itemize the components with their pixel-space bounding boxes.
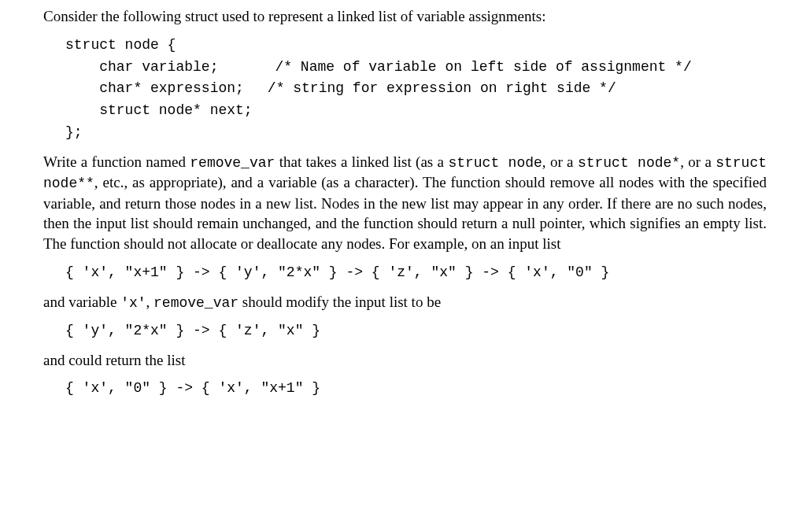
intro-paragraph: Consider the following struct used to re… (43, 6, 767, 27)
mid-paragraph-2: and could return the list (43, 350, 767, 371)
example-list-3: { 'x', "0" } -> { 'x', "x+1" } (65, 378, 767, 400)
code-line: }; (65, 124, 83, 140)
mid-paragraph-1: and variable 'x', remove_var should modi… (43, 292, 767, 312)
code-line: struct node* next; (65, 102, 253, 118)
text-run: , or a (680, 153, 715, 170)
text-run: and variable (43, 294, 120, 310)
inline-code: struct node (448, 155, 542, 171)
inline-code: struct node* (578, 155, 680, 171)
text-run: Write a function named (43, 153, 190, 170)
code-line: char* expression;/* string for expressio… (65, 80, 616, 96)
code-line: struct node { (65, 37, 176, 53)
inline-code: remove_var (153, 295, 238, 311)
document-page: Consider the following struct used to re… (0, 0, 806, 400)
code-line: char variable;/* Name of variable on lef… (65, 59, 692, 75)
text-run: should modify the input list to be (238, 294, 441, 310)
text-run: that takes a linked list (as a (275, 153, 448, 170)
task-paragraph: Write a function named remove_var that t… (43, 152, 767, 254)
example-list-1: { 'x', "x+1" } -> { 'y', "2*x" } -> { 'z… (65, 262, 767, 284)
inline-code: remove_var (190, 155, 275, 171)
struct-definition: struct node { char variable;/* Name of v… (65, 35, 767, 144)
text-run: , or a (542, 153, 578, 170)
text-run: , (146, 294, 154, 310)
text-run: , etc., as appropriate), and a variable … (43, 174, 767, 252)
example-list-2: { 'y', "2*x" } -> { 'z', "x" } (65, 320, 767, 342)
inline-code: 'x' (120, 295, 146, 311)
